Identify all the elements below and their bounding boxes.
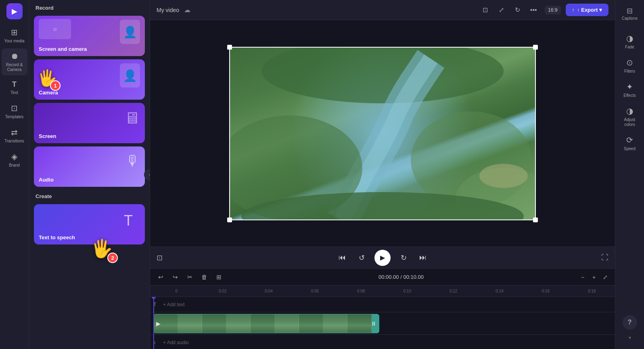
clip-thumb [226, 314, 251, 333]
expand-timeline-button[interactable]: ⤢ [600, 272, 610, 282]
effects-label: Effects [623, 93, 636, 98]
audio-card[interactable]: 🎙 Audio [34, 146, 145, 187]
filters-label: Filters [624, 69, 635, 74]
sidebar-item-label: Your media [4, 39, 24, 44]
video-track: ▶ ⏸ [150, 312, 615, 335]
captions-icon: ⊟ [627, 6, 633, 15]
screen-card[interactable]: 🖥 Screen [34, 103, 145, 143]
captions-section: ⊟ Captions [619, 3, 641, 24]
clip-thumb [251, 314, 275, 333]
playback-bar: ⊡ ⏮ ↺ ▶ ↻ ⏭ ⛶ [150, 247, 615, 268]
screen-label: Screen [39, 133, 56, 139]
video-scene [229, 47, 536, 220]
rewind-button[interactable]: ↺ [355, 251, 368, 264]
timeline-toolbar: ↩ ↪ ✂ 🗑 ⊞ 00:00.00 / 00:10.00 − + ⤢ [150, 269, 615, 286]
record-icon: ⏺ [10, 52, 19, 61]
tts-card[interactable]: T Text to speech [34, 204, 145, 245]
add-text-button[interactable]: + Add text [163, 302, 185, 307]
handle-bottom-right[interactable] [533, 217, 538, 222]
clip-thumb [178, 314, 202, 333]
ruler-mark: 0:18 [569, 289, 615, 293]
fade-label: Fade [625, 45, 634, 50]
add-audio-button[interactable]: + Add audio [163, 340, 189, 345]
right-sidebar: ⊟ Captions ◑ Fade ⊙ Filters ✦ Effects ◑ … [615, 0, 644, 349]
crop-tool-button[interactable]: ⊡ [479, 4, 491, 17]
clip-play-icon: ▶ [156, 320, 161, 327]
sidebar-item-your-media[interactable]: ⊞ Your media [2, 24, 27, 47]
rotate-tool-button[interactable]: ↻ [511, 4, 524, 17]
chevron-down-icon[interactable]: ▾ [625, 333, 635, 343]
clip-thumb [299, 314, 323, 333]
preview-area [150, 20, 615, 247]
clip-thumb [202, 314, 226, 333]
aspect-ratio-badge[interactable]: 16:9 [545, 6, 560, 15]
help-icon: ? [628, 319, 632, 326]
fit-tool-button[interactable]: ⤢ [495, 4, 508, 17]
sidebar-item-label: Templates [5, 115, 24, 119]
speed-button[interactable]: ⟳ Speed [617, 132, 643, 155]
zoom-controls: − + ⤢ [578, 272, 610, 282]
fade-button[interactable]: ◑ Fade [617, 30, 643, 53]
fullscreen-button[interactable]: ⛶ [601, 253, 608, 262]
help-button[interactable]: ? [623, 315, 637, 330]
video-clip[interactable]: ▶ ⏸ [153, 314, 379, 333]
forward-button[interactable]: ↻ [397, 251, 410, 264]
audio-icon: 🎙 [125, 153, 140, 169]
crop-preview-button[interactable]: ⊡ [157, 253, 163, 262]
sidebar-item-templates[interactable]: ⊡ Templates [2, 100, 27, 123]
handle-top-right[interactable] [533, 45, 538, 50]
sidebar-item-label: Brand [9, 163, 20, 168]
filters-button[interactable]: ⊙ Filters [617, 54, 643, 77]
app-logo: ▶ [6, 3, 23, 19]
transitions-icon: ⇄ [11, 127, 18, 137]
clip-thumb [347, 314, 372, 333]
export-arrow-icon: ↑ [572, 7, 575, 13]
audio-label: Audio [39, 177, 54, 183]
clip-thumbnails [154, 314, 379, 333]
play-button[interactable]: ▶ [374, 250, 391, 266]
ruler-marks: 0 0:02 0:04 0:06 0:08 0:10 0:12 0:14 0:1… [153, 289, 615, 293]
clip-pause-icon: ⏸ [371, 320, 376, 327]
ruler-mark: 0:16 [523, 289, 569, 293]
audio-track-icon: ♪ [153, 340, 163, 345]
grid-icon: ⊞ [11, 27, 18, 37]
skip-back-button[interactable]: ⏮ [336, 251, 349, 264]
handle-top-left[interactable] [227, 45, 232, 50]
text-icon: T [12, 80, 17, 89]
skip-forward-button[interactable]: ⏭ [416, 251, 429, 264]
redo-button[interactable]: ↪ [169, 272, 181, 283]
topbar: My video ☁ ⊡ ⤢ ↻ ••• 16:9 ↑ ↑ Export ▾ [150, 0, 615, 20]
export-button[interactable]: ↑ ↑ Export ▾ [566, 4, 608, 16]
adjust-colors-button[interactable]: ◑ Adjust colors [617, 103, 643, 130]
ruler-mark: 0:10 [384, 289, 430, 293]
record-section-title: Record [29, 0, 150, 14]
panel-collapse-button[interactable]: ‹ [144, 169, 150, 180]
sidebar-item-brand[interactable]: ◈ Brand [2, 148, 27, 171]
adjust-colors-label: Adjust colors [619, 117, 641, 127]
text-track: T + Add text [150, 297, 615, 312]
delete-button[interactable]: 🗑 [199, 272, 210, 283]
more-tool-button[interactable]: ••• [527, 4, 540, 17]
speed-label: Speed [624, 146, 636, 151]
cut-button[interactable]: ✂ [184, 272, 195, 283]
zoom-in-button[interactable]: + [589, 272, 599, 282]
filters-icon: ⊙ [626, 58, 633, 67]
effects-button[interactable]: ✦ Effects [617, 79, 643, 101]
timeline-time: 00:00.00 / 00:10.00 [228, 274, 575, 280]
zoom-out-button[interactable]: − [578, 272, 588, 282]
sidebar-item-record-camera[interactable]: ⏺ Record &Camera [2, 48, 27, 75]
undo-button[interactable]: ↩ [155, 272, 166, 283]
sidebar-item-transitions[interactable]: ⇄ Transitions [2, 124, 27, 147]
camera-card[interactable]: 👤 Camera [34, 59, 145, 100]
tts-label: Text to speech [39, 234, 75, 240]
screen-and-camera-label: Screen and camera [39, 46, 87, 52]
handle-bottom-left[interactable] [227, 217, 232, 222]
duplicate-button[interactable]: ⊞ [213, 272, 224, 283]
brand-icon: ◈ [11, 152, 17, 161]
screen-and-camera-card[interactable]: 👤 ⊡ Screen and camera [34, 16, 145, 56]
toolbar-tools: ⊡ ⤢ ↻ ••• [479, 4, 540, 17]
ruler-mark: 0:06 [292, 289, 338, 293]
sidebar-item-text[interactable]: T Text [2, 77, 27, 98]
playhead[interactable] [153, 297, 154, 349]
save-cloud-icon[interactable]: ☁ [184, 6, 190, 14]
